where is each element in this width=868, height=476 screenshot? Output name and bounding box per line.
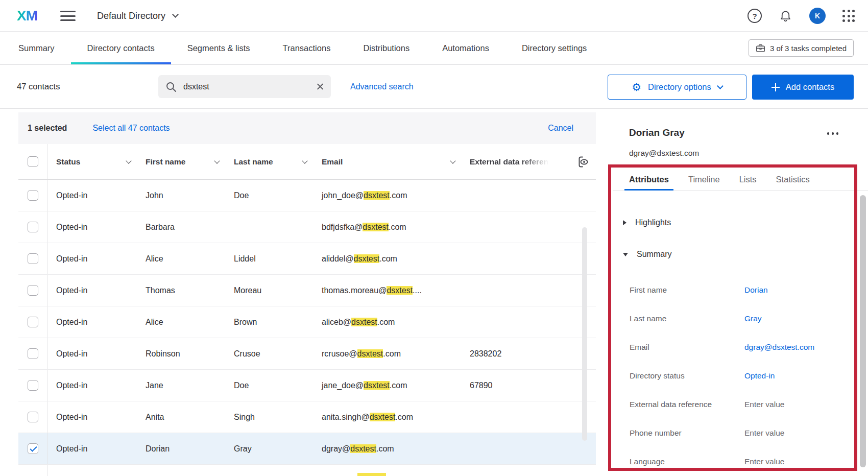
gear-icon: ⚙ bbox=[632, 82, 641, 92]
app-grid-icon[interactable] bbox=[842, 10, 855, 22]
contact-detail-panel: Dorian Gray dgray@dsxtest.com Attributes… bbox=[613, 109, 868, 476]
field-value-link[interactable]: Opted-in bbox=[744, 371, 868, 380]
chevron-down-icon bbox=[450, 158, 455, 163]
panel-tab-lists[interactable]: Lists bbox=[735, 169, 761, 190]
panel-tab-attributes[interactable]: Attributes bbox=[624, 169, 673, 190]
tab-summary[interactable]: Summary bbox=[2, 32, 71, 64]
panel-tabs: Attributes Timeline Lists Statistics bbox=[613, 169, 868, 191]
directory-selector[interactable]: Default Directory bbox=[97, 0, 178, 32]
panel-tab-statistics[interactable]: Statistics bbox=[771, 169, 814, 190]
column-header-last-name[interactable]: Last name bbox=[225, 157, 313, 166]
clear-search-icon[interactable] bbox=[316, 83, 324, 90]
user-avatar[interactable]: K bbox=[809, 8, 826, 24]
tab-directory-contacts[interactable]: Directory contacts bbox=[71, 32, 171, 64]
field-external-data-reference: External data reference Enter value bbox=[613, 390, 868, 419]
chevron-down-icon bbox=[717, 83, 724, 89]
tasks-completed-button[interactable]: 3 of 3 tasks completed bbox=[749, 39, 854, 57]
directory-options-label: Directory options bbox=[648, 82, 711, 92]
row-checkbox[interactable] bbox=[28, 285, 38, 296]
cell-status: Opted-in bbox=[47, 381, 137, 390]
row-checkbox[interactable] bbox=[28, 380, 38, 391]
cell-last-name: Brown bbox=[225, 318, 313, 327]
add-contacts-button[interactable]: Add contacts bbox=[752, 75, 854, 100]
cell-status: Opted-in bbox=[47, 286, 137, 295]
table-row[interactable]: Opted-in Alice Liddel aliddel@dsxtest.co… bbox=[18, 243, 596, 275]
cell-status: Opted-in bbox=[47, 254, 137, 264]
search-highlight bbox=[357, 473, 386, 476]
panel-tab-timeline[interactable]: Timeline bbox=[684, 169, 725, 190]
row-checkbox[interactable] bbox=[28, 190, 38, 201]
notifications-bell-icon[interactable] bbox=[779, 9, 792, 23]
cell-last-name: Crusoe bbox=[225, 349, 313, 359]
cell-first-name: Robinson bbox=[137, 349, 225, 359]
panel-scrollbar[interactable] bbox=[860, 195, 866, 467]
row-checkbox-checked[interactable] bbox=[28, 443, 38, 454]
search-box[interactable] bbox=[158, 75, 331, 98]
column-header-first-name[interactable]: First name bbox=[137, 157, 225, 166]
select-all-checkbox[interactable] bbox=[28, 156, 38, 167]
field-value-link[interactable]: dgray@dsxtest.com bbox=[744, 343, 868, 352]
field-value-placeholder[interactable]: Enter value bbox=[744, 457, 868, 466]
contact-name-title: Dorian Gray bbox=[629, 127, 685, 138]
highlights-section-toggle[interactable]: Highlights bbox=[623, 218, 671, 227]
column-header-email[interactable]: Email bbox=[313, 157, 461, 166]
cell-first-name: Jane bbox=[137, 381, 225, 390]
table-row[interactable]: Opted-in Thomas Moreau thomas.moreau@dsx… bbox=[18, 275, 596, 306]
cell-last-name: Moreau bbox=[225, 286, 313, 295]
search-highlight: dsxtest bbox=[370, 413, 396, 421]
column-header-status[interactable]: Status bbox=[47, 157, 137, 166]
table-row[interactable]: Opted-in Jane Doe jane_doe@dsxtest.com 6… bbox=[18, 370, 596, 401]
table-row[interactable]: Opted-in Anita Singh anita.singh@dsxtest… bbox=[18, 401, 596, 433]
cell-email: john_doe@dsxtest.com bbox=[313, 191, 461, 200]
field-directory-status: Directory status Opted-in bbox=[613, 362, 868, 390]
field-value-link[interactable]: Dorian bbox=[744, 285, 868, 295]
row-checkbox[interactable] bbox=[28, 253, 38, 264]
field-value-placeholder[interactable]: Enter value bbox=[744, 429, 868, 438]
search-highlight: dsxtest bbox=[363, 223, 389, 231]
cell-status: Opted-in bbox=[47, 223, 137, 232]
tab-directory-settings[interactable]: Directory settings bbox=[505, 32, 603, 64]
summary-section-toggle[interactable]: Summary bbox=[623, 250, 671, 259]
table-row[interactable]: Opted-in Alice Brown aliceb@dsxtest.com bbox=[18, 306, 596, 338]
cell-status: Opted-in bbox=[47, 413, 137, 422]
tab-automations[interactable]: Automations bbox=[426, 32, 505, 64]
advanced-search-link[interactable]: Advanced search bbox=[350, 65, 414, 108]
search-highlight: dsxtest bbox=[350, 444, 376, 453]
table-row[interactable]: Opted-in Barbara bdfjdsfka@dsxtest.com bbox=[18, 211, 596, 243]
search-icon bbox=[165, 81, 177, 92]
table-row[interactable]: Opted-in John Doe john_doe@dsxtest.com bbox=[18, 180, 596, 211]
row-checkbox[interactable] bbox=[28, 317, 38, 327]
table-scrollbar[interactable] bbox=[582, 227, 587, 441]
row-checkbox[interactable] bbox=[28, 348, 38, 359]
table-row-selected[interactable]: Opted-in Dorian Gray dgray@dsxtest.com bbox=[18, 433, 596, 465]
more-options-icon[interactable] bbox=[827, 132, 839, 135]
tab-segments-lists[interactable]: Segments & lists bbox=[171, 32, 267, 64]
cell-last-name: Gray bbox=[225, 444, 313, 454]
field-first-name: First name Dorian bbox=[613, 276, 868, 304]
search-input[interactable] bbox=[183, 82, 309, 91]
column-header-external-data-reference[interactable]: External data reference bbox=[461, 155, 596, 169]
cell-status: Opted-in bbox=[47, 444, 137, 454]
cell-first-name: Anita bbox=[137, 413, 225, 422]
contacts-table: 1 selected Select all 47 contacts Cancel… bbox=[18, 112, 596, 476]
column-visibility-icon[interactable] bbox=[576, 155, 590, 169]
field-value-link[interactable]: Gray bbox=[744, 314, 868, 323]
directory-selector-label: Default Directory bbox=[97, 11, 165, 21]
attribute-fields: First name Dorian Last name Gray Email d… bbox=[613, 276, 868, 476]
tab-distributions[interactable]: Distributions bbox=[347, 32, 426, 64]
table-row[interactable]: Opted-in Robinson Crusoe rcrusoe@dsxtest… bbox=[18, 338, 596, 370]
cell-email: thomas.moreau@dsxtest.... bbox=[313, 286, 461, 295]
directory-options-button[interactable]: ⚙ Directory options bbox=[608, 75, 746, 100]
field-value-placeholder[interactable]: Enter value bbox=[744, 400, 868, 409]
row-checkbox[interactable] bbox=[28, 412, 38, 422]
cell-email: aliddel@dsxtest.com bbox=[313, 254, 461, 264]
select-all-link[interactable]: Select all 47 contacts bbox=[92, 124, 170, 133]
hamburger-menu-icon[interactable] bbox=[60, 11, 76, 21]
cancel-link[interactable]: Cancel bbox=[548, 124, 573, 133]
help-icon[interactable]: ? bbox=[748, 9, 762, 23]
cell-status: Opted-in bbox=[47, 318, 137, 327]
plus-icon bbox=[771, 83, 780, 91]
row-checkbox[interactable] bbox=[28, 222, 38, 232]
tab-transactions[interactable]: Transactions bbox=[267, 32, 347, 64]
table-body: Opted-in John Doe john_doe@dsxtest.com O… bbox=[18, 180, 596, 476]
